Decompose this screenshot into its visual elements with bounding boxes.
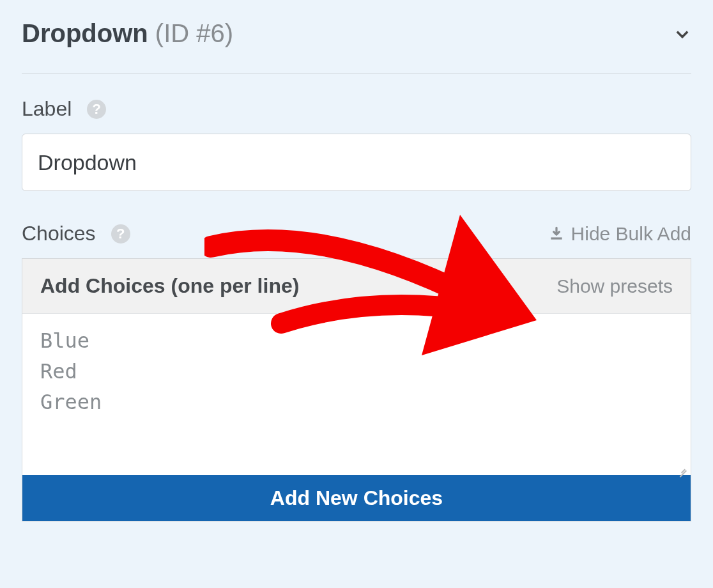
- bulk-add-panel: Add Choices (one per line) Show presets …: [22, 258, 691, 522]
- field-title: Dropdown: [22, 19, 148, 47]
- field-id-suffix: (ID #6): [155, 19, 233, 47]
- choices-textarea[interactable]: [22, 314, 691, 475]
- label-title: Label: [22, 97, 72, 121]
- hide-bulk-add-link[interactable]: Hide Bulk Add: [548, 223, 691, 245]
- show-presets-link[interactable]: Show presets: [556, 275, 673, 297]
- field-header[interactable]: Dropdown (ID #6): [22, 19, 691, 74]
- add-new-choices-button[interactable]: Add New Choices: [22, 475, 691, 521]
- field-title-heading: Dropdown (ID #6): [22, 19, 233, 48]
- hide-bulk-add-label: Hide Bulk Add: [571, 223, 691, 245]
- svg-rect-0: [551, 237, 562, 239]
- help-icon[interactable]: ?: [111, 224, 130, 244]
- bulk-add-title: Add Choices (one per line): [40, 274, 299, 298]
- help-icon[interactable]: ?: [87, 100, 106, 119]
- label-input[interactable]: [22, 134, 691, 191]
- choices-section-row: Choices ? Hide Bulk Add: [22, 222, 691, 245]
- bulk-add-header: Add Choices (one per line) Show presets: [22, 259, 691, 314]
- chevron-down-icon[interactable]: [673, 25, 691, 43]
- choices-title: Choices: [22, 222, 96, 245]
- download-icon: [548, 226, 565, 242]
- resize-handle-icon[interactable]: [675, 460, 687, 471]
- label-section-row: Label ?: [22, 97, 691, 121]
